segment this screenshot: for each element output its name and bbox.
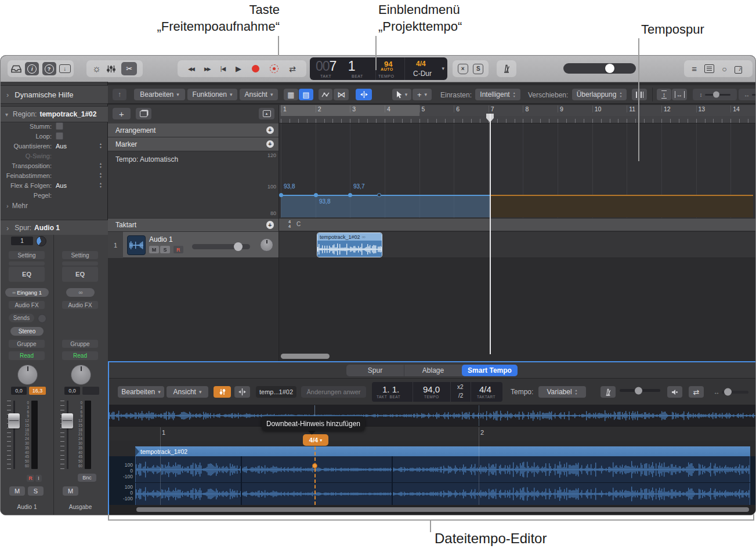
editor-lcd-half[interactable]: /2 — [458, 392, 463, 399]
sends-slot[interactable]: Sends — [9, 314, 34, 322]
flex-button[interactable] — [356, 89, 372, 100]
menu-functions[interactable]: Funktionen▾ — [187, 89, 237, 100]
inspector-button[interactable]: i — [25, 62, 39, 75]
pointer-tool-menu[interactable]: ▾ — [392, 89, 411, 100]
gain-value[interactable]: 16,3 — [29, 387, 46, 395]
param-more[interactable]: ›Mehr — [1, 200, 108, 212]
fader-cap[interactable] — [8, 413, 20, 428]
editor-menu-view[interactable]: Ansicht▾ — [167, 386, 208, 398]
editor-monitor-button[interactable] — [667, 386, 682, 398]
tempo-point-3[interactable] — [348, 193, 352, 197]
snap-menu[interactable]: Intelligent▲▼ — [475, 89, 520, 100]
metronome-icon[interactable] — [502, 64, 511, 73]
pan-value[interactable]: 0,0 — [64, 387, 80, 395]
v-zoom-knob[interactable] — [713, 92, 719, 98]
play-button[interactable]: ▶ — [236, 64, 241, 73]
free-tempo-record-button[interactable] — [270, 64, 278, 73]
mute-button[interactable]: M — [9, 486, 25, 496]
lcd-chevron-icon[interactable]: ▾ — [442, 66, 444, 71]
library-icon[interactable] — [10, 65, 22, 73]
playhead-line[interactable] — [490, 114, 491, 354]
tempo-curve-after-playhead[interactable] — [491, 195, 753, 217]
tab-smart-tempo[interactable]: Smart Tempo — [462, 365, 518, 376]
add-timesig-icon[interactable]: + — [266, 221, 274, 229]
add-marker-icon[interactable]: + — [266, 140, 274, 148]
timeline-hscroll-thumb[interactable] — [281, 354, 330, 359]
loop-browser-icon[interactable]: ○ — [722, 64, 726, 74]
cycle-button[interactable]: ⇄ — [289, 64, 296, 74]
menu-edit[interactable]: Bearbeiten▾ — [134, 89, 185, 100]
audio-region[interactable]: tempotrack_1#02○○ — [317, 232, 382, 257]
waveform-zoom-button[interactable] — [632, 89, 647, 100]
downbeat-badge[interactable]: 4/4▾ — [303, 434, 328, 446]
add-arrangement-icon[interactable]: + — [266, 126, 274, 134]
param-quantize[interactable]: Quantisieren:Aus▲▼ — [1, 141, 108, 151]
editor-metronome-slider[interactable] — [620, 389, 660, 392]
editor-metronome-button[interactable] — [601, 386, 616, 398]
editor-zoom-track[interactable] — [722, 391, 748, 394]
stereo-format-button[interactable]: ○○ — [66, 288, 95, 297]
forward-button[interactable]: ▶▶ — [204, 66, 210, 72]
pan-knob[interactable] — [17, 365, 38, 385]
master-mute-badge[interactable]: × — [458, 64, 468, 74]
hide-inspector-button[interactable]: ↑ — [113, 89, 126, 100]
editor-lcd-double[interactable]: x2 — [457, 384, 464, 390]
stepper-icon[interactable]: ▲▼ — [99, 172, 102, 179]
downbeat-line[interactable] — [314, 446, 316, 505]
mute-checkbox[interactable] — [56, 122, 63, 130]
track-header-audio1[interactable]: 1 Audio 1 M S R — [108, 232, 279, 258]
editors-button[interactable]: ✂ — [121, 62, 137, 75]
ruler-tick-strip[interactable] — [279, 116, 756, 123]
timesig-strip[interactable]: 44 C — [279, 219, 756, 231]
apply-changes-button[interactable]: Änderungen anwer — [301, 386, 366, 398]
tempo-point-4-hollow[interactable] — [377, 193, 381, 197]
eq-slot[interactable]: EQ — [62, 267, 98, 282]
param-finetune[interactable]: Feinabstimmen:▲▼ — [1, 170, 108, 180]
track-solo-button[interactable]: S — [160, 246, 170, 253]
solo-button[interactable]: S — [28, 486, 44, 496]
stepper-icon[interactable]: ▲▼ — [99, 162, 102, 169]
editor-region-header[interactable]: tempotrack_1#02 — [135, 446, 750, 456]
global-track-marker[interactable]: Marker + — [108, 137, 279, 151]
audio-fx-slot[interactable]: Audio FX — [9, 301, 45, 309]
editor-flex-button[interactable] — [234, 386, 250, 398]
tempo-point-2[interactable] — [314, 193, 318, 197]
track-volume-slider[interactable] — [192, 244, 250, 249]
audio-fx-slot[interactable]: Audio FX — [62, 301, 98, 309]
tempo-mode-menu[interactable]: Variabel▲▼ — [538, 386, 586, 398]
eq-slot[interactable]: EQ — [9, 267, 45, 282]
overview-waveform-strip[interactable] — [109, 405, 755, 426]
editor-zoom-knob[interactable] — [724, 388, 732, 396]
list-editors-icon[interactable]: ≡ — [692, 64, 697, 74]
editor-scrollbar-thumb[interactable] — [136, 507, 749, 512]
send-knob[interactable] — [38, 314, 46, 323]
quick-help-button[interactable]: ? — [42, 62, 56, 75]
drag-menu[interactable]: Überlappung▲▼ — [572, 89, 627, 100]
stepper-icon[interactable]: ▲▼ — [99, 143, 102, 149]
horizontal-zoom-slider[interactable]: ↔ — [739, 89, 756, 100]
downbeat-dot[interactable] — [312, 463, 317, 468]
menu-view[interactable]: Ansicht▾ — [240, 89, 278, 100]
automation-mode-button[interactable]: Read — [62, 351, 98, 360]
crossfade-button[interactable]: ⋈ — [334, 89, 349, 100]
mixer-icon[interactable] — [107, 65, 115, 73]
secondary-tool-menu[interactable]: +▾ — [413, 89, 432, 100]
master-solo-badge[interactable]: S — [473, 64, 483, 74]
editor-metronome-knob[interactable] — [635, 387, 642, 394]
track-pan-knob[interactable] — [260, 238, 273, 252]
output-slot[interactable]: Stereo — [10, 327, 44, 336]
global-track-tempo[interactable]: Tempo: Automatisch — [108, 151, 279, 219]
editor-wave-panel[interactable]: 1000-100 1000-100 — [109, 456, 755, 505]
automation-button[interactable] — [319, 89, 332, 100]
bounce-button[interactable]: Bnc — [78, 474, 96, 482]
group-slot[interactable]: Gruppe — [62, 340, 98, 348]
grid-view-button[interactable]: ▦ — [284, 89, 298, 100]
vertical-zoom-slider[interactable]: ↕ — [693, 89, 737, 100]
timeline[interactable]: 1234567891011121314 93,8 93,8 93,7 44 C — [279, 105, 756, 361]
smart-controls-icon[interactable]: ☼ — [92, 63, 102, 75]
loop-checkbox[interactable] — [56, 132, 63, 140]
setting-button[interactable]: Setting — [9, 251, 45, 259]
gain-value-empty[interactable] — [82, 387, 99, 395]
rewind-button[interactable]: ◀◀ — [188, 66, 194, 72]
midi-fx-slot[interactable] — [9, 261, 45, 266]
